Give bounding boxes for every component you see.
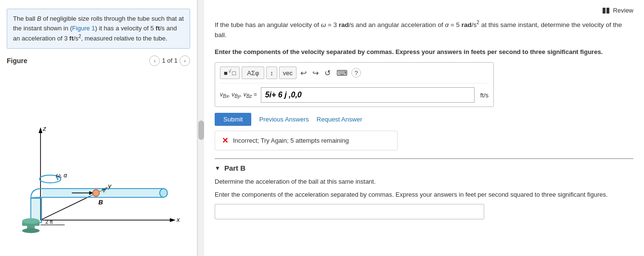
part-b-input-area[interactable]: [215, 204, 484, 219]
action-row: Submit Previous Answers Request Answer: [215, 113, 633, 126]
error-box: ✕ Incorrect; Try Again; 5 attempts remai…: [215, 131, 398, 150]
problem-text: The ball B of negligible size rolls thro…: [13, 15, 184, 42]
review-link[interactable]: Review: [603, 7, 633, 14]
svg-text:z: z: [42, 125, 46, 132]
svg-point-18: [160, 189, 167, 197]
math-input-wrapper: ■√□ AΣφ ↕ vec ↩ ↪ ↺ ⌨ ? vBx, vBy, vBz = …: [215, 62, 494, 107]
previous-answers-link[interactable]: Previous Answers: [259, 116, 309, 123]
sqrt-toolbar-btn[interactable]: ■√□: [220, 67, 240, 79]
arrows-toolbar-btn[interactable]: ↕: [266, 67, 277, 79]
svg-point-19: [92, 189, 99, 196]
figure-header: Figure ‹ 1 of 1 ›: [0, 54, 197, 68]
request-answer-link[interactable]: Request Answer: [317, 116, 362, 123]
review-link-container: Review: [215, 7, 633, 14]
right-panel: Review If the tube has an angular veloci…: [204, 0, 644, 256]
figure-title: Figure: [7, 57, 27, 65]
submit-button[interactable]: Submit: [215, 113, 251, 126]
part-b-text-1: Determine the acceleration of the ball a…: [215, 177, 633, 187]
svg-rect-17: [42, 189, 163, 196]
figure-svg: z y x O ω, α: [2, 70, 195, 254]
svg-text:2 ft: 2 ft: [45, 219, 52, 225]
math-input-row: vBx, vBy, vBz = ft/s: [220, 87, 489, 103]
left-panel: The ball B of negligible size rolls thro…: [0, 0, 197, 256]
math-input-field[interactable]: [261, 87, 475, 103]
refresh-btn[interactable]: ↺: [322, 67, 333, 79]
svg-marker-1: [39, 127, 42, 133]
svg-point-28: [22, 228, 39, 233]
next-figure-btn[interactable]: ›: [180, 55, 190, 66]
review-icon: [603, 8, 609, 13]
prev-figure-btn[interactable]: ‹: [149, 55, 160, 66]
figure-nav: ‹ 1 of 1 ›: [149, 55, 190, 66]
error-icon: ✕: [222, 136, 228, 145]
keyboard-btn[interactable]: ⌨: [335, 67, 349, 79]
math-label: vBx, vBy, vBz =: [220, 91, 257, 99]
svg-text:x: x: [176, 216, 180, 223]
collapse-btn[interactable]: ▼: [215, 165, 220, 172]
svg-marker-7: [170, 218, 176, 222]
left-scrollbar[interactable]: [197, 0, 204, 256]
instruction-text: Enter the components of the velocity sep…: [215, 47, 633, 57]
figure-count: 1 of 1: [162, 57, 178, 64]
help-btn[interactable]: ?: [351, 68, 361, 78]
part-b-header: ▼ Part Part BB: [215, 158, 633, 172]
undo-btn[interactable]: ↩: [298, 67, 309, 79]
figure-area: z y x O ω, α: [0, 68, 197, 256]
problem-statement: If the tube has an angular velocity of ω…: [215, 19, 633, 40]
error-message: Incorrect; Try Again; 5 attempts remaini…: [233, 137, 349, 144]
svg-text:ω, α: ω, α: [56, 172, 67, 179]
part-b-title: Part Part BB: [224, 164, 245, 172]
problem-text-box: The ball B of negligible size rolls thro…: [7, 9, 190, 49]
figure-link[interactable]: Figure 1: [72, 25, 95, 32]
review-label: Review: [613, 7, 633, 14]
vec-toolbar-btn[interactable]: vec: [279, 67, 296, 79]
svg-rect-14: [32, 199, 40, 221]
svg-text:B: B: [99, 199, 103, 206]
svg-point-26: [22, 218, 39, 224]
redo-btn[interactable]: ↪: [310, 67, 321, 79]
unit-label: ft/s: [480, 92, 489, 99]
math-toolbar: ■√□ AΣφ ↕ vec ↩ ↪ ↺ ⌨ ?: [220, 67, 489, 83]
part-b-body: Determine the acceleration of the ball a…: [215, 177, 633, 219]
part-b-text-2: Enter the components of the acceleration…: [215, 190, 633, 200]
alpha-toolbar-btn[interactable]: AΣφ: [242, 67, 264, 79]
